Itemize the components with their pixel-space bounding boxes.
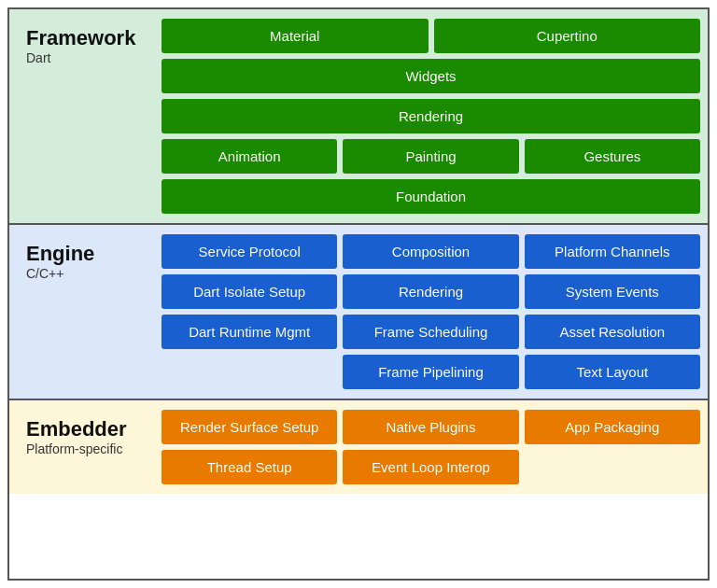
button-row: Thread SetupEvent Loop Interop [162,450,700,484]
item-button[interactable]: App Packaging [525,410,700,444]
framework-subtitle: Dart [26,50,152,65]
engine-content: Service ProtocolCompositionPlatform Chan… [162,234,700,389]
embedder-subtitle: Platform-specific [26,441,152,456]
engine-title: Engine [26,242,152,266]
button-row: Dart Isolate SetupRenderingSystem Events [162,274,700,309]
button-row: Dart Runtime MgmtFrame SchedulingAsset R… [162,315,700,349]
framework-section: Framework Dart MaterialCupertinoWidgetsR… [9,9,708,225]
embedder-content: Render Surface SetupNative PluginsApp Pa… [162,410,700,484]
item-button[interactable]: Asset Resolution [525,315,700,349]
embedder-section: Embedder Platform-specific Render Surfac… [9,400,708,494]
item-button[interactable]: Rendering [162,99,700,133]
button-row: MaterialCupertino [162,19,700,53]
button-row: Frame PipeliningText Layout [162,355,700,389]
item-button[interactable]: System Events [525,274,700,309]
item-button[interactable]: Frame Scheduling [343,315,518,349]
button-row: Render Surface SetupNative PluginsApp Pa… [162,410,700,444]
item-button[interactable]: Foundation [162,179,700,214]
item-button[interactable]: Event Loop Interop [343,450,518,484]
item-button[interactable]: Gestures [525,139,700,174]
item-button[interactable]: Widgets [162,59,700,93]
embedder-label: Embedder Platform-specific [17,410,162,484]
engine-subtitle: C/C++ [26,266,152,281]
item-button[interactable]: Rendering [343,274,518,309]
button-row: Rendering [162,99,700,133]
engine-label: Engine C/C++ [17,234,162,389]
item-button[interactable]: Painting [343,139,518,174]
framework-label: Framework Dart [17,19,162,214]
item-button[interactable]: Thread Setup [162,450,337,484]
item-button[interactable]: Text Layout [525,355,700,389]
embedder-title: Embedder [26,417,152,441]
framework-title: Framework [26,26,152,50]
button-row: Service ProtocolCompositionPlatform Chan… [162,234,700,269]
framework-content: MaterialCupertinoWidgetsRenderingAnimati… [162,19,700,214]
item-button[interactable]: Cupertino [434,19,701,53]
engine-section: Engine C/C++ Service ProtocolComposition… [9,225,708,400]
item-button[interactable]: Frame Pipelining [343,355,518,389]
item-button[interactable]: Native Plugins [343,410,518,444]
item-button[interactable]: Dart Runtime Mgmt [162,315,337,349]
button-row: AnimationPaintingGestures [162,139,700,174]
main-container: Framework Dart MaterialCupertinoWidgetsR… [7,7,710,581]
button-row: Widgets [162,59,700,93]
item-button[interactable]: Dart Isolate Setup [162,274,337,309]
item-button[interactable]: Composition [343,234,518,269]
item-button[interactable]: Platform Channels [525,234,700,269]
item-button[interactable]: Render Surface Setup [162,410,337,444]
button-row: Foundation [162,179,700,214]
item-button[interactable]: Animation [162,139,337,174]
item-button[interactable]: Service Protocol [162,234,337,269]
item-button[interactable]: Material [162,19,429,53]
